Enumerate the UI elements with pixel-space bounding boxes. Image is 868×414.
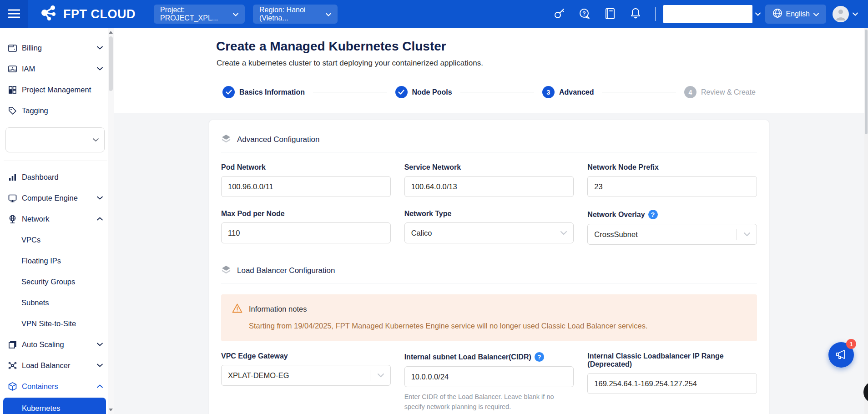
logo-text: FPT CLOUD xyxy=(63,7,136,21)
pod-network-input[interactable] xyxy=(221,176,391,197)
section-title: Load Balancer Configuration xyxy=(237,266,335,275)
step-review-create[interactable]: 4 Review & Create xyxy=(684,86,756,98)
step-label: Basics Information xyxy=(239,88,305,96)
network-node-prefix-input[interactable] xyxy=(587,176,757,197)
field-label: Network Overlay? xyxy=(587,210,757,219)
network-type-select[interactable]: Calico xyxy=(404,222,574,243)
form-card: Advanced Configuration Pod Network Servi… xyxy=(209,120,769,414)
max-pod-per-node-input[interactable] xyxy=(221,222,391,243)
field-label-text: Internal subnet Load Balancer(CIDR) xyxy=(404,353,531,361)
page-scrollbar[interactable] xyxy=(864,28,868,414)
step-label: Node Pools xyxy=(412,88,452,96)
sidebar-item-network[interactable]: Network xyxy=(0,208,114,229)
field-label: Service Network xyxy=(404,163,574,172)
field-label: Pod Network xyxy=(221,163,391,172)
user-avatar[interactable] xyxy=(833,6,849,22)
section-load-balancer-configuration: Load Balancer Configuration Information … xyxy=(221,265,757,412)
main-content: Create a Managed Kubernetes Cluster Crea… xyxy=(114,28,864,414)
sidebar-item-billing[interactable]: Billing xyxy=(0,37,114,58)
sidebar-label: IAM xyxy=(22,65,35,73)
book-icon xyxy=(605,8,616,21)
person-icon xyxy=(834,7,848,22)
step-label: Advanced xyxy=(559,88,594,96)
select-divider xyxy=(370,370,370,381)
sidebar-item-iam[interactable]: IAM xyxy=(0,58,114,79)
internal-subnet-lb-input[interactable] xyxy=(404,366,574,387)
scroll-up-arrow-icon[interactable] xyxy=(108,29,114,35)
sidebar-item-subnets[interactable]: Subnets xyxy=(0,292,114,313)
classic-lb-ip-range-input[interactable] xyxy=(587,373,757,394)
sidebar-item-compute-engine[interactable]: Compute Engine xyxy=(0,187,114,208)
step-check-icon xyxy=(395,86,408,98)
help-question-icon[interactable]: ? xyxy=(535,352,544,362)
sidebar-label: Tagging xyxy=(22,106,48,115)
scrollbar-thumb[interactable] xyxy=(865,30,868,134)
bell-icon xyxy=(630,7,641,21)
language-selector[interactable]: English xyxy=(765,5,826,24)
network-overlay-select[interactable]: CrossSubnet xyxy=(587,224,757,245)
avatar-chevron-down-icon[interactable] xyxy=(853,12,858,16)
field-label-text: Network Overlay xyxy=(587,211,645,219)
region-selector[interactable]: Region: Hanoi (Vietna... xyxy=(253,5,338,24)
fpt-cloud-logo[interactable]: FPT CLOUD xyxy=(40,4,136,25)
documentation-button[interactable] xyxy=(604,8,616,20)
globe-icon xyxy=(772,8,782,20)
sidebar-scrollbar[interactable] xyxy=(108,28,114,414)
sidebar-item-vpn-site-to-site[interactable]: VPN Site-to-Site xyxy=(0,313,114,334)
sidebar-sublabel: VPN Site-to-Site xyxy=(21,319,76,328)
sidebar-item-security-groups[interactable]: Security Groups xyxy=(0,271,114,292)
sidebar-item-auto-scaling[interactable]: Auto Scaling xyxy=(0,334,114,355)
wallet-icon xyxy=(8,43,17,53)
search-input[interactable] xyxy=(663,5,752,23)
announcements-fab-button[interactable]: 1 xyxy=(828,342,854,368)
warning-triangle-icon xyxy=(232,303,242,315)
sidebar-item-load-balancer[interactable]: Load Balancer xyxy=(0,355,114,376)
field-label: Max Pod per Node xyxy=(221,210,391,218)
sidebar-label: Load Balancer xyxy=(22,361,70,370)
service-network-input[interactable] xyxy=(404,176,574,197)
region-selector-label: Region: Hanoi (Vietna... xyxy=(259,6,320,22)
step-advanced[interactable]: 3 Advanced xyxy=(542,86,594,98)
field-network-node-prefix: Network Node Prefix xyxy=(587,163,757,197)
chevron-down-icon xyxy=(233,10,238,18)
grid-icon xyxy=(8,85,17,95)
help-question-icon[interactable]: ? xyxy=(648,210,658,219)
select-value: Calico xyxy=(411,229,432,237)
molecule-logo-icon xyxy=(40,4,59,25)
notifications-button[interactable] xyxy=(630,8,642,20)
nodes-cluster-icon xyxy=(8,361,17,370)
monitor-icon xyxy=(8,193,17,203)
sidebar-item-floating-ips[interactable]: Floating IPs xyxy=(0,250,114,271)
sidebar-vpc-select[interactable] xyxy=(5,127,105,152)
sidebar-item-project-management[interactable]: Project Management xyxy=(0,79,114,100)
sidebar-label: Auto Scaling xyxy=(22,340,64,349)
vpc-edge-gateway-select[interactable]: XPLAT-DEMO-EG xyxy=(221,365,391,386)
field-vpc-edge-gateway: VPC Edge Gateway XPLAT-DEMO-EG xyxy=(221,352,391,412)
field-label: Network Node Prefix xyxy=(587,163,757,172)
sidebar-item-vpcs[interactable]: VPCs xyxy=(0,229,114,250)
menu-toggle-button[interactable] xyxy=(0,0,28,28)
search-chevron-down-icon[interactable] xyxy=(755,12,761,16)
scrollbar-thumb[interactable] xyxy=(109,36,113,91)
step-node-pools[interactable]: Node Pools xyxy=(395,86,452,98)
field-label: Internal subnet Load Balancer(CIDR)? xyxy=(404,352,574,362)
sidebar-sublabel: Floating IPs xyxy=(21,257,61,265)
support-button[interactable]: ? xyxy=(579,8,591,20)
sidebar-label: Dashboard xyxy=(22,173,59,182)
sidebar-item-containers[interactable]: Containers xyxy=(0,376,114,397)
sidebar-label: Network xyxy=(22,215,50,223)
api-key-button[interactable] xyxy=(553,8,565,20)
help-chat-icon: ? xyxy=(578,8,591,21)
sidebar-label: Containers xyxy=(22,382,58,391)
step-basics-information[interactable]: Basics Information xyxy=(222,86,305,98)
project-selector[interactable]: Project: PROJECT_XPL... xyxy=(154,5,245,24)
hamburger-icon xyxy=(8,9,20,20)
note-body: Starting from 19/04/2025, FPT Managed Ku… xyxy=(249,322,746,330)
field-help-text: Enter CIDR of the Load Balancer. Leave b… xyxy=(404,392,561,412)
sidebar-item-kubernetes-active[interactable]: Kubernetes xyxy=(3,398,106,414)
sidebar-item-dashboard[interactable]: Dashboard xyxy=(0,167,114,187)
sidebar-item-tagging[interactable]: Tagging xyxy=(0,100,114,121)
chevron-down-icon xyxy=(97,364,103,367)
page-subtitle: Create a kubernetes cluster to start dep… xyxy=(217,59,769,68)
scroll-down-arrow-icon[interactable] xyxy=(108,407,114,413)
